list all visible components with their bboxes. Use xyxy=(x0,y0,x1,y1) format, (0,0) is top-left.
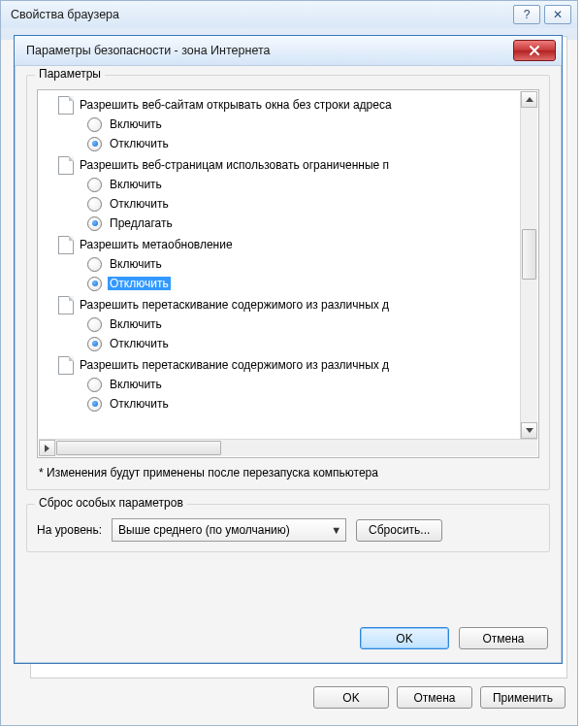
reset-button[interactable]: Сбросить... xyxy=(356,519,442,542)
setting-group: Разрешить перетаскивание содержимого из … xyxy=(45,355,518,414)
setting-options: ВключитьОтключитьПредлагать xyxy=(87,175,518,233)
horizontal-scroll-thumb[interactable] xyxy=(56,441,221,455)
setting-options: ВключитьОтключить xyxy=(87,115,518,153)
document-icon xyxy=(58,236,74,254)
radio-button[interactable] xyxy=(87,378,102,392)
setting-option[interactable]: Включить xyxy=(87,175,518,194)
setting-group-title: Разрешить веб-сайтам открывать окна без … xyxy=(80,98,392,112)
setting-group-header[interactable]: Разрешить веб-страницам использовать огр… xyxy=(58,155,518,175)
dialog-titlebar[interactable]: Параметры безопасности - зона Интернета xyxy=(15,36,562,66)
radio-button[interactable] xyxy=(87,277,102,291)
radio-button[interactable] xyxy=(87,216,102,231)
close-icon xyxy=(529,45,540,56)
restart-note: * Изменения будут применены после переза… xyxy=(39,466,537,480)
dialog-cancel-button[interactable]: Отмена xyxy=(459,627,548,649)
dialog-title: Параметры безопасности - зона Интернета xyxy=(26,44,513,57)
document-icon xyxy=(58,356,74,375)
security-settings-dialog: Параметры безопасности - зона Интернета … xyxy=(14,35,563,664)
outer-ok-button[interactable]: OK xyxy=(313,686,389,709)
scroll-up-button[interactable] xyxy=(521,91,537,108)
setting-group-title: Разрешить перетаскивание содержимого из … xyxy=(80,358,389,372)
outer-titlebar[interactable]: Свойства браузера ? ✕ xyxy=(1,1,577,28)
setting-group: Разрешить веб-сайтам открывать окна без … xyxy=(45,95,518,153)
radio-button[interactable] xyxy=(87,178,102,192)
radio-button[interactable] xyxy=(87,317,102,332)
parameters-tree[interactable]: Разрешить веб-сайтам открывать окна без … xyxy=(39,91,520,439)
setting-option[interactable]: Отключить xyxy=(87,194,518,214)
close-icon: ✕ xyxy=(553,8,563,21)
setting-option[interactable]: Включить xyxy=(87,314,518,334)
parameters-legend: Параметры xyxy=(35,67,105,81)
radio-button[interactable] xyxy=(87,337,102,351)
setting-option[interactable]: Включить xyxy=(87,375,518,394)
chevron-down-icon: ▼ xyxy=(331,524,341,536)
setting-option-label: Включить xyxy=(108,317,164,331)
document-icon xyxy=(58,96,74,115)
setting-option[interactable]: Отключить xyxy=(87,274,518,293)
setting-group-header[interactable]: Разрешить метаобновление xyxy=(58,235,518,254)
setting-option[interactable]: Предлагать xyxy=(87,214,518,233)
reset-level-label: На уровень: xyxy=(37,523,102,537)
chevron-down-icon xyxy=(526,428,534,433)
reset-row: На уровень: Выше среднего (по умолчанию)… xyxy=(37,518,539,542)
setting-group-header[interactable]: Разрешить перетаскивание содержимого из … xyxy=(58,295,518,314)
radio-button[interactable] xyxy=(87,397,102,412)
setting-option-label: Включить xyxy=(108,178,164,191)
reset-groupbox: Сброс особых параметров На уровень: Выше… xyxy=(26,504,550,552)
setting-option[interactable]: Отключить xyxy=(87,394,518,414)
setting-option-label: Включить xyxy=(108,378,164,391)
scroll-down-button[interactable] xyxy=(521,422,537,439)
parameters-groupbox: Параметры Разрешить веб-сайтам открывать… xyxy=(26,75,550,490)
scroll-right-button[interactable] xyxy=(39,440,55,456)
setting-options: ВключитьОтключить xyxy=(87,254,518,293)
setting-group-title: Разрешить метаобновление xyxy=(80,238,233,251)
setting-option-label: Отключить xyxy=(108,397,171,411)
reset-level-value: Выше среднего (по умолчанию) xyxy=(118,523,290,537)
setting-option-label: Отключить xyxy=(108,197,171,211)
setting-options: ВключитьОтключить xyxy=(87,314,518,353)
setting-option-label: Предлагать xyxy=(108,216,175,230)
outer-cancel-button[interactable]: Отмена xyxy=(397,686,472,709)
vertical-scrollbar[interactable] xyxy=(520,91,537,439)
dialog-footer: OK Отмена xyxy=(360,627,548,649)
radio-button[interactable] xyxy=(87,197,102,212)
setting-group-title: Разрешить веб-страницам использовать огр… xyxy=(80,158,389,172)
outer-close-button[interactable]: ✕ xyxy=(544,5,571,24)
setting-group: Разрешить перетаскивание содержимого из … xyxy=(45,295,518,353)
radio-button[interactable] xyxy=(87,257,102,272)
help-button[interactable]: ? xyxy=(513,5,540,24)
setting-group-title: Разрешить перетаскивание содержимого из … xyxy=(80,298,389,312)
setting-group: Разрешить метаобновлениеВключитьОтключит… xyxy=(45,235,518,293)
radio-button[interactable] xyxy=(87,137,102,151)
setting-option-label: Включить xyxy=(108,257,164,271)
setting-option-label: Отключить xyxy=(108,137,171,150)
outer-apply-button[interactable]: Применить xyxy=(480,686,566,709)
dialog-ok-button[interactable]: OK xyxy=(360,627,449,649)
setting-group: Разрешить веб-страницам использовать огр… xyxy=(45,155,518,233)
setting-group-header[interactable]: Разрешить перетаскивание содержимого из … xyxy=(58,355,518,375)
parameters-listbox: Разрешить веб-сайтам открывать окна без … xyxy=(37,89,539,458)
setting-group-header[interactable]: Разрешить веб-сайтам открывать окна без … xyxy=(58,95,518,115)
setting-option[interactable]: Отключить xyxy=(87,134,518,153)
help-icon: ? xyxy=(524,8,531,21)
setting-option-label: Включить xyxy=(108,117,164,131)
reset-level-select[interactable]: Выше среднего (по умолчанию) ▼ xyxy=(112,518,346,542)
chevron-right-icon xyxy=(45,445,49,452)
outer-footer: OK Отмена Применить xyxy=(1,686,577,717)
setting-option[interactable]: Включить xyxy=(87,254,518,274)
dialog-body: Параметры Разрешить веб-сайтам открывать… xyxy=(26,75,550,609)
document-icon xyxy=(58,156,74,175)
setting-option[interactable]: Отключить xyxy=(87,334,518,353)
outer-window-title: Свойства браузера xyxy=(11,8,509,21)
setting-options: ВключитьОтключить xyxy=(87,375,518,414)
vertical-scroll-thumb[interactable] xyxy=(522,229,536,280)
setting-option-label: Отключить xyxy=(108,277,171,290)
radio-button[interactable] xyxy=(87,117,102,132)
reset-legend: Сброс особых параметров xyxy=(35,496,187,510)
chevron-up-icon xyxy=(526,97,534,102)
horizontal-scrollbar[interactable] xyxy=(39,439,537,456)
setting-option[interactable]: Включить xyxy=(87,115,518,134)
setting-option-label: Отключить xyxy=(108,337,171,350)
document-icon xyxy=(58,296,74,314)
dialog-close-button[interactable] xyxy=(513,40,556,61)
